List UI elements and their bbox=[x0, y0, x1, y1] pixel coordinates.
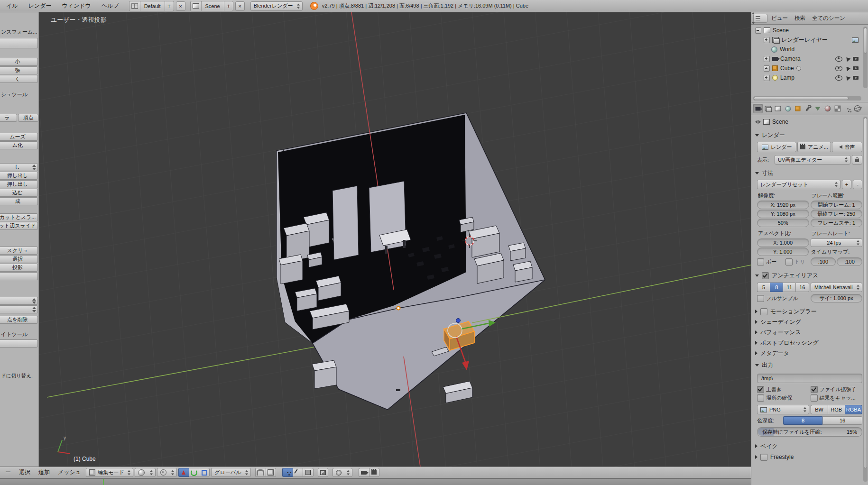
panel-header-motion-blur[interactable]: モーションブラー bbox=[751, 307, 868, 316]
tab-render[interactable] bbox=[753, 104, 763, 113]
file-format-selector[interactable]: PNG bbox=[757, 405, 809, 414]
tool-button-randomize[interactable]: ム化 bbox=[0, 141, 38, 149]
panel-header-post-processing[interactable]: ポストプロセッシング bbox=[751, 338, 868, 348]
outliner-hscrollbar[interactable] bbox=[753, 96, 861, 101]
opengl-render-button[interactable] bbox=[359, 468, 369, 477]
visibility-eye-icon[interactable] bbox=[835, 56, 842, 62]
outliner-menu-view[interactable]: ビュー bbox=[768, 15, 791, 22]
remap-old-field[interactable]: :100 bbox=[811, 257, 836, 266]
resolution-y-field[interactable]: Y: 1080 px bbox=[757, 210, 809, 218]
resolution-x-field[interactable]: X: 1920 px bbox=[757, 201, 809, 209]
panel-header-render[interactable]: レンダー bbox=[751, 130, 868, 140]
tool-button-smooth[interactable]: ムーズ bbox=[0, 133, 38, 141]
select-mode-face[interactable] bbox=[303, 468, 314, 477]
aa-samples-5[interactable]: 5 bbox=[757, 283, 770, 292]
manipulator-rotate-toggle[interactable] bbox=[189, 468, 199, 477]
tool-button[interactable] bbox=[0, 272, 38, 280]
frame-start-field[interactable]: 開始フレーム: 1 bbox=[811, 201, 863, 209]
freestyle-checkbox[interactable] bbox=[760, 454, 767, 461]
aspect-x-field[interactable]: X: 1.000 bbox=[757, 238, 809, 247]
border-option[interactable]: ボー bbox=[757, 258, 781, 265]
renderability-camera-icon[interactable] bbox=[853, 76, 859, 80]
full-sample-checkbox[interactable] bbox=[757, 295, 764, 302]
panel-header-output[interactable]: 出力 bbox=[751, 360, 868, 370]
timeline-playhead[interactable] bbox=[103, 479, 104, 485]
mode-selector[interactable]: 編集モード bbox=[86, 468, 133, 477]
tool-button-remove-doubles[interactable]: 点を削除 bbox=[0, 316, 38, 324]
panel-header-transform[interactable]: ンスフォーム... bbox=[1, 28, 38, 36]
color-depth-8-button[interactable]: 8 bbox=[783, 416, 822, 425]
tab-texture[interactable] bbox=[833, 104, 842, 113]
menu-help[interactable]: ヘルプ bbox=[97, 2, 123, 10]
aa-samples-8[interactable]: 8 bbox=[770, 283, 783, 292]
outliner-row-cube[interactable]: Cube bbox=[751, 64, 861, 73]
tool-button-project[interactable]: 投影 bbox=[0, 264, 38, 272]
panel-header-metadata[interactable]: メタデータ bbox=[751, 348, 868, 358]
tool-button-vertex[interactable]: 頂点 bbox=[18, 114, 38, 122]
menu-select[interactable]: 選択 bbox=[16, 468, 34, 476]
cache-result-option[interactable]: 結果をキャッ... bbox=[811, 394, 863, 402]
manipulator-z-handle[interactable] bbox=[456, 319, 461, 323]
remap-new-field[interactable]: :100 bbox=[837, 257, 862, 266]
snap-element-selector[interactable] bbox=[266, 468, 277, 477]
channels-bw-button[interactable]: BW bbox=[811, 405, 828, 414]
editor-type-selector[interactable] bbox=[753, 14, 767, 23]
border-checkbox[interactable] bbox=[757, 258, 764, 265]
frame-step-field[interactable]: フレームステ: 1 bbox=[811, 219, 863, 227]
file-extensions-checkbox[interactable] bbox=[811, 386, 818, 393]
manipulator-scale-toggle[interactable] bbox=[199, 468, 210, 477]
tab-modifiers[interactable] bbox=[803, 104, 813, 113]
expand-icon[interactable] bbox=[764, 37, 770, 43]
tab-particles[interactable] bbox=[843, 104, 852, 113]
tool-button[interactable]: 込む bbox=[0, 189, 38, 197]
outliner-vscrollbar[interactable] bbox=[863, 27, 868, 88]
tool-button-offset-edge-slide[interactable]: ット辺スライド bbox=[0, 222, 38, 230]
scene-selector[interactable]: Scene + bbox=[190, 1, 233, 11]
placeholders-option[interactable]: 場所の確保 bbox=[757, 394, 809, 402]
viewport-shading-selector[interactable] bbox=[135, 468, 156, 477]
render-engine-selector[interactable]: Blenderレンダー bbox=[250, 1, 303, 11]
antialiasing-checkbox[interactable] bbox=[762, 272, 769, 279]
outliner-row-lamp[interactable]: Lamp bbox=[751, 73, 861, 82]
selectability-cursor-icon[interactable] bbox=[845, 56, 851, 62]
render-display-selector[interactable]: UV画像エディター bbox=[775, 155, 850, 165]
scene-add-button[interactable]: + bbox=[224, 1, 233, 11]
visibility-eye-icon[interactable] bbox=[835, 75, 842, 81]
overwrite-checkbox[interactable] bbox=[757, 386, 764, 393]
panel-header-bake[interactable]: ベイク bbox=[751, 441, 868, 451]
scene-unlink-button[interactable]: × bbox=[235, 1, 245, 11]
preset-add-button[interactable]: + bbox=[842, 180, 851, 189]
tool-button-select[interactable]: 選択 bbox=[0, 255, 38, 263]
crop-option[interactable]: トリ bbox=[785, 258, 809, 265]
select-mode-edge[interactable] bbox=[293, 468, 303, 477]
panel-header-dimensions[interactable]: 寸法 bbox=[751, 168, 868, 178]
spinner-arrows-icon[interactable] bbox=[32, 165, 36, 170]
panel-header-freestyle[interactable]: Freestyle bbox=[751, 452, 868, 462]
viewport-canvas[interactable]: ユーザー・透視投影 (1) Cube y bbox=[0, 12, 751, 467]
tool-button[interactable] bbox=[0, 38, 38, 48]
render-preset-selector[interactable]: レンダープリセット bbox=[757, 180, 840, 189]
menu-view[interactable]: ー bbox=[2, 468, 14, 476]
properties-vscrollbar[interactable] bbox=[863, 117, 868, 482]
transform-orientation-selector[interactable]: グローバル bbox=[211, 468, 251, 477]
placeholders-checkbox[interactable] bbox=[757, 394, 764, 402]
overwrite-option[interactable]: 上書き bbox=[757, 386, 809, 393]
tool-button-extrude[interactable]: 押し出し bbox=[0, 180, 38, 188]
channels-rgb-button[interactable]: RGB bbox=[828, 405, 845, 414]
file-extensions-option[interactable]: ファイル拡張子 bbox=[811, 386, 863, 393]
selectability-cursor-icon[interactable] bbox=[845, 75, 851, 81]
expand-icon[interactable] bbox=[764, 65, 770, 72]
tab-object[interactable] bbox=[793, 104, 803, 113]
lock-interface-toggle[interactable] bbox=[852, 155, 862, 165]
tab-render-layers[interactable] bbox=[763, 104, 773, 113]
channels-rgba-button[interactable]: RGBA bbox=[845, 405, 862, 414]
output-path-field[interactable]: /tmp\ bbox=[757, 374, 862, 383]
expand-icon[interactable] bbox=[764, 75, 770, 81]
cache-result-checkbox[interactable] bbox=[811, 394, 818, 402]
tool-button-scale[interactable]: 小 bbox=[0, 58, 38, 66]
timeline-strip[interactable] bbox=[0, 478, 751, 485]
menu-add[interactable]: 追加 bbox=[35, 468, 53, 476]
outliner-row-camera[interactable]: Camera bbox=[751, 54, 861, 64]
panel-header-antialiasing[interactable]: アンチエイリアス bbox=[751, 271, 868, 280]
panel-header-mesh-tools[interactable]: シュツール bbox=[1, 91, 38, 98]
